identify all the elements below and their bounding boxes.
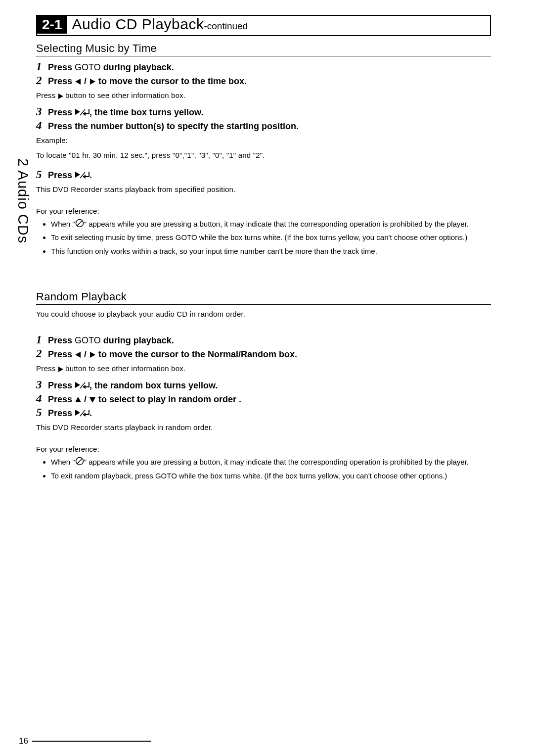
page-number: 16 bbox=[19, 736, 151, 746]
section-2-intro: You could choose to playback your audio … bbox=[36, 309, 491, 320]
ref-item: When "" appears while you are pressing a… bbox=[51, 218, 491, 230]
step-2-5: 5 Press . bbox=[36, 406, 491, 419]
ref-item: To exit random playback, press GOTO whil… bbox=[51, 470, 491, 481]
prohibit-icon bbox=[75, 219, 84, 228]
step-3: 3 Press , the time box turns yellow. bbox=[36, 105, 491, 118]
play-enter-icon bbox=[75, 381, 89, 389]
left-arrow-icon bbox=[75, 78, 82, 85]
right-arrow-icon bbox=[58, 94, 63, 99]
section-title-time: Selecting Music by Time bbox=[36, 36, 491, 56]
svg-marker-16 bbox=[83, 385, 86, 389]
left-arrow-icon bbox=[75, 351, 82, 358]
svg-marker-11 bbox=[75, 352, 81, 358]
step-2-2: 2 Press / to move the cursor to the Norm… bbox=[36, 347, 491, 360]
sidebar-tab: 2 Audio CDs bbox=[15, 158, 31, 243]
play-enter-icon bbox=[75, 171, 89, 179]
step-4: 4 Press the number button(s) to specify … bbox=[36, 119, 491, 132]
svg-marker-17 bbox=[75, 397, 81, 402]
step-5: 5 Press . bbox=[36, 168, 491, 181]
page-body: 2-1 Audio CD Playback-continued Selectin… bbox=[36, 15, 491, 483]
step-2-1: 1 Press GOTO during playback. bbox=[36, 333, 491, 346]
svg-marker-1 bbox=[90, 79, 95, 85]
svg-marker-6 bbox=[75, 172, 80, 178]
svg-line-10 bbox=[77, 221, 82, 226]
step-2-note: Press button to see other information bo… bbox=[36, 90, 491, 101]
reference-list-2: When "" appears while you are pressing a… bbox=[36, 456, 491, 481]
chapter-heading: 2-1 Audio CD Playback-continued bbox=[36, 15, 491, 36]
reference-title: For your reference: bbox=[36, 207, 491, 215]
svg-marker-14 bbox=[75, 382, 80, 388]
step-5-note: This DVD Recorder starts playback from s… bbox=[36, 184, 491, 195]
ref-item: When "" appears while you are pressing a… bbox=[51, 456, 491, 468]
ref-item: To exit selecting music by time, press G… bbox=[51, 232, 491, 243]
reference-list-1: When "" appears while you are pressing a… bbox=[36, 218, 491, 257]
svg-marker-5 bbox=[83, 112, 86, 116]
svg-marker-12 bbox=[90, 352, 95, 358]
step-2-2-note: Press button to see other information bo… bbox=[36, 363, 491, 375]
section-title-random: Random Playback bbox=[36, 284, 491, 305]
svg-marker-8 bbox=[83, 175, 86, 179]
right-arrow-icon bbox=[89, 78, 96, 85]
step-4-example-label: Example: bbox=[36, 135, 491, 146]
svg-line-23 bbox=[77, 459, 82, 464]
svg-marker-3 bbox=[75, 109, 80, 115]
ref-item: This function only works within a track,… bbox=[51, 245, 491, 257]
step-2: 2 Press / to move the cursor to the time… bbox=[36, 74, 491, 87]
svg-marker-21 bbox=[83, 413, 86, 417]
right-arrow-icon bbox=[58, 367, 63, 372]
svg-marker-2 bbox=[58, 94, 63, 99]
step-2-3: 3 Press , the random box turns yellow. bbox=[36, 378, 491, 391]
down-arrow-icon bbox=[89, 396, 96, 403]
prohibit-icon bbox=[75, 457, 84, 466]
chapter-title-sub: -continued bbox=[204, 21, 248, 31]
step-1: 1 Press GOTO during playback. bbox=[36, 60, 491, 73]
play-enter-icon bbox=[75, 108, 89, 116]
chapter-number: 2-1 bbox=[37, 16, 67, 34]
svg-marker-0 bbox=[75, 79, 81, 85]
play-enter-icon bbox=[75, 409, 89, 417]
svg-marker-13 bbox=[58, 367, 63, 372]
step-2-4: 4 Press / to select to play in random or… bbox=[36, 392, 491, 405]
step-4-example-text: To locate "01 hr. 30 min. 12 sec.", pres… bbox=[36, 150, 491, 161]
svg-marker-19 bbox=[75, 410, 80, 416]
right-arrow-icon bbox=[89, 351, 96, 358]
reference-title-2: For your reference: bbox=[36, 445, 491, 453]
chapter-title-main: Audio CD Playback bbox=[72, 16, 204, 32]
step-2-5-note: This DVD Recorder starts playback in ran… bbox=[36, 422, 491, 433]
up-arrow-icon bbox=[75, 396, 82, 403]
svg-marker-18 bbox=[89, 397, 95, 403]
